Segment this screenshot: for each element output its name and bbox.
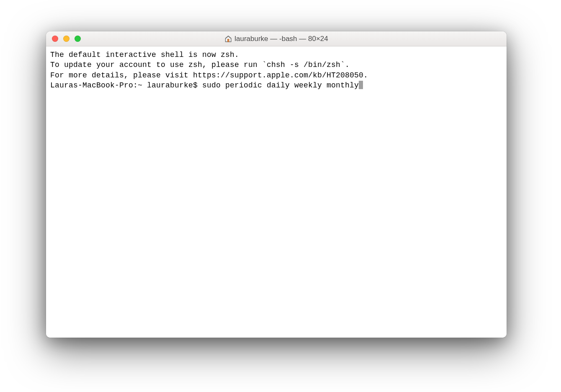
terminal-line: For more details, please visit https://s… bbox=[50, 70, 502, 80]
minimize-button[interactable] bbox=[63, 36, 69, 42]
close-button[interactable] bbox=[52, 36, 58, 42]
terminal-line: The default interactive shell is now zsh… bbox=[50, 50, 502, 60]
terminal-window: lauraburke — -bash — 80×24 The default i… bbox=[46, 31, 507, 338]
terminal-prompt: Lauras-MacBook-Pro:~ lauraburke$ bbox=[50, 81, 202, 90]
svg-rect-0 bbox=[228, 39, 229, 41]
window-title: lauraburke — -bash — 80×24 bbox=[234, 35, 328, 43]
terminal-line: To update your account to use zsh, pleas… bbox=[50, 60, 502, 70]
traffic-lights bbox=[46, 36, 81, 42]
terminal-output[interactable]: The default interactive shell is now zsh… bbox=[46, 46, 507, 338]
cursor bbox=[359, 81, 363, 89]
maximize-button[interactable] bbox=[75, 36, 81, 42]
window-titlebar[interactable]: lauraburke — -bash — 80×24 bbox=[46, 31, 507, 46]
terminal-command: sudo periodic daily weekly monthly bbox=[202, 81, 359, 90]
window-title-container: lauraburke — -bash — 80×24 bbox=[224, 35, 328, 43]
home-icon bbox=[224, 35, 232, 43]
